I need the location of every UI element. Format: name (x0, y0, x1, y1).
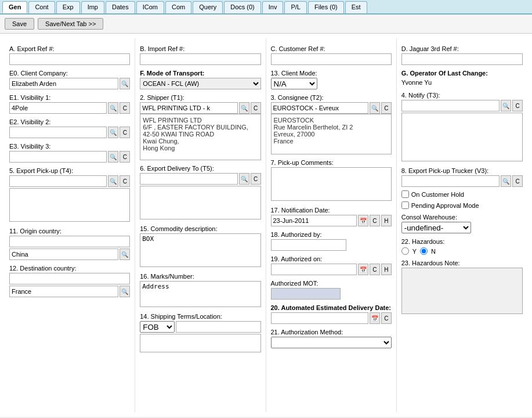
export-pickup-input[interactable] (9, 175, 107, 187)
visibility3-clear-icon[interactable]: C (120, 151, 130, 163)
tab-files[interactable]: Files (0) (308, 1, 344, 13)
save-next-button[interactable]: Save/Next Tab >> (38, 18, 103, 30)
authorized-on-h-icon[interactable]: H (381, 264, 392, 275)
origin-search-input[interactable] (9, 248, 118, 260)
visibility2-search-icon[interactable]: 🔍 (108, 127, 118, 138)
tab-dates[interactable]: Dates (106, 1, 135, 13)
export-pickup-search-icon[interactable]: 🔍 (108, 175, 118, 187)
export-trucker-clear-icon[interactable]: C (512, 175, 523, 187)
tab-gen[interactable]: Gen (2, 1, 27, 13)
save-button[interactable]: Save (5, 18, 34, 30)
hazardous-label: 22. Hazardous: (401, 238, 523, 245)
notify-search-icon[interactable]: 🔍 (501, 100, 511, 111)
pending-approval-checkbox[interactable] (401, 201, 409, 209)
jaguar-ref-input[interactable] (401, 53, 523, 65)
auto-delivery-input[interactable] (271, 312, 368, 324)
tab-icom[interactable]: ICom (136, 1, 164, 13)
auto-delivery-clear-icon[interactable]: C (381, 312, 392, 324)
authorized-on-calendar-icon[interactable]: 📅 (358, 264, 368, 275)
export-pickup-clear-icon[interactable]: C (120, 175, 130, 187)
visibility3-search-icon[interactable]: 🔍 (108, 151, 118, 163)
shipping-terms-input[interactable] (176, 321, 260, 333)
pickup-comments-input[interactable] (271, 167, 392, 201)
export-trucker-label: 8. Export Pick-up Trucker (V3): (401, 167, 523, 174)
origin-label: 11. Origin country: (9, 228, 130, 235)
authorized-on-input[interactable] (271, 264, 357, 275)
destination-search-icon[interactable]: 🔍 (120, 286, 130, 297)
hazardous-note-input[interactable] (401, 268, 523, 314)
notification-date-calendar-icon[interactable]: 📅 (358, 215, 368, 226)
notify-clear-icon[interactable]: C (512, 100, 523, 111)
notification-date-input[interactable] (271, 215, 357, 226)
consol-warehouse-select[interactable]: -undefined- (401, 222, 471, 233)
authorized-on-clear-icon[interactable]: C (370, 264, 380, 275)
client-company-search-icon[interactable]: 🔍 (120, 78, 130, 89)
marks-input[interactable]: Address (140, 281, 260, 307)
tab-imp[interactable]: Imp (81, 1, 104, 13)
auth-method-select[interactable] (271, 337, 392, 348)
tab-query[interactable]: Query (193, 1, 223, 13)
export-delivery-input[interactable] (140, 173, 237, 185)
export-delivery-clear-icon[interactable]: C (251, 173, 261, 185)
auto-delivery-calendar-icon[interactable]: 📅 (370, 312, 380, 324)
notify-input[interactable] (401, 100, 500, 111)
tab-inv[interactable]: Inv (262, 1, 284, 13)
operator-value: Yvonne Yu (401, 78, 523, 87)
notify-text[interactable] (401, 113, 523, 161)
shipper-clear-icon[interactable]: C (251, 102, 261, 114)
destination-search-input[interactable] (9, 286, 118, 297)
notify-label: 4. Notify (T3): (401, 92, 523, 99)
consignee-search-icon[interactable]: 🔍 (370, 102, 380, 114)
shipper-input[interactable] (140, 102, 237, 114)
tab-cont[interactable]: Cont (28, 1, 55, 13)
export-trucker-input[interactable] (401, 175, 500, 187)
shipping-terms-select[interactable]: FOB (140, 321, 175, 333)
visibility3-input[interactable] (9, 151, 107, 163)
shipping-terms-text[interactable] (140, 334, 260, 352)
auto-delivery-label: 20. Automated Estimated Delivery Date: (271, 304, 392, 311)
hazardous-y-radio[interactable] (401, 247, 409, 255)
import-ref-label: B. Import Ref #: (140, 45, 260, 52)
notification-date-clear-icon[interactable]: C (370, 215, 380, 226)
tab-pl[interactable]: P/L (284, 1, 307, 13)
authorized-by-input[interactable] (271, 239, 346, 251)
import-ref-input[interactable] (140, 53, 260, 65)
tab-com[interactable]: Com (165, 1, 191, 13)
mode-transport-select[interactable]: OCEAN - FCL (AW) (140, 78, 260, 89)
consignee-input[interactable] (271, 102, 368, 114)
notification-date-label: 17. Notification Date: (271, 207, 392, 214)
authorized-mot-input[interactable] (271, 288, 341, 300)
tab-exp[interactable]: Exp (56, 1, 80, 13)
destination-input[interactable] (9, 273, 130, 284)
tab-est[interactable]: Est (345, 1, 367, 13)
toolbar: Save Save/Next Tab >> (0, 15, 532, 34)
notification-date-h-icon[interactable]: H (381, 215, 392, 226)
client-mode-select[interactable]: N/A (271, 78, 317, 89)
mode-transport-label: F. Mode of Transport: (140, 70, 260, 77)
hazardous-n-radio[interactable] (420, 247, 428, 255)
visibility2-clear-icon[interactable]: C (120, 127, 130, 138)
visibility1-search-icon[interactable]: 🔍 (108, 102, 118, 114)
export-pickup-text[interactable] (9, 188, 130, 222)
tab-bar: Gen Cont Exp Imp Dates ICom Com Query Do… (0, 0, 532, 15)
export-delivery-search-icon[interactable]: 🔍 (239, 173, 249, 185)
client-company-input[interactable] (9, 78, 118, 89)
marks-label: 16. Marks/Number: (140, 273, 260, 280)
shipper-search-icon[interactable]: 🔍 (239, 102, 249, 114)
consignee-label: 3. Consignee (T2): (271, 94, 392, 101)
export-trucker-search-icon[interactable]: 🔍 (501, 175, 511, 187)
tab-docs[interactable]: Docs (0) (224, 1, 261, 13)
export-ref-input[interactable] (9, 53, 130, 65)
visibility1-input[interactable] (9, 102, 107, 114)
visibility1-clear-icon[interactable]: C (120, 102, 130, 114)
export-delivery-text[interactable] (140, 186, 260, 219)
origin-input[interactable] (9, 236, 130, 247)
commodity-input[interactable]: BOX (140, 233, 260, 267)
pending-approval-row: Pending Approval Mode (401, 201, 523, 209)
on-customer-hold-checkbox[interactable] (401, 190, 409, 198)
visibility2-input[interactable] (9, 127, 107, 138)
consignee-clear-icon[interactable]: C (381, 102, 392, 114)
customer-ref-input[interactable] (271, 53, 392, 65)
export-ref-label: A. Export Ref #: (9, 45, 130, 52)
origin-search-icon[interactable]: 🔍 (120, 248, 130, 260)
